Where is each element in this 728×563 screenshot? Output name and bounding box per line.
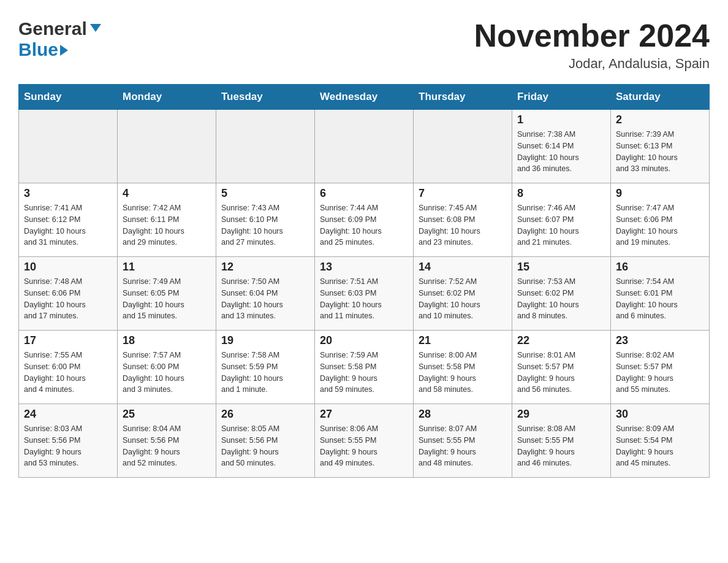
day-info: Sunrise: 8:00 AM Sunset: 5:58 PM Dayligh… xyxy=(419,350,507,396)
day-number: 11 xyxy=(123,261,211,274)
day-info: Sunrise: 7:46 AM Sunset: 6:07 PM Dayligh… xyxy=(517,202,605,248)
calendar-cell: 7Sunrise: 7:45 AM Sunset: 6:08 PM Daylig… xyxy=(414,183,512,257)
weekday-header-saturday: Saturday xyxy=(611,85,710,110)
calendar-cell: 13Sunrise: 7:51 AM Sunset: 6:03 PM Dayli… xyxy=(315,257,414,331)
day-number: 10 xyxy=(24,261,112,274)
day-number: 3 xyxy=(24,187,112,200)
day-info: Sunrise: 8:03 AM Sunset: 5:56 PM Dayligh… xyxy=(24,423,112,469)
day-number: 1 xyxy=(517,113,605,126)
calendar-cell: 15Sunrise: 7:53 AM Sunset: 6:02 PM Dayli… xyxy=(512,257,611,331)
day-number: 4 xyxy=(123,187,211,200)
day-info: Sunrise: 7:48 AM Sunset: 6:06 PM Dayligh… xyxy=(24,276,112,322)
day-number: 27 xyxy=(320,408,408,421)
day-info: Sunrise: 8:01 AM Sunset: 5:57 PM Dayligh… xyxy=(517,350,605,396)
day-number: 21 xyxy=(419,334,507,347)
logo-general-text: General xyxy=(18,18,87,39)
day-number: 14 xyxy=(419,261,507,274)
calendar-week-row: 17Sunrise: 7:55 AM Sunset: 6:00 PM Dayli… xyxy=(19,331,710,404)
day-info: Sunrise: 7:59 AM Sunset: 5:58 PM Dayligh… xyxy=(320,350,408,396)
calendar-cell: 30Sunrise: 8:09 AM Sunset: 5:54 PM Dayli… xyxy=(611,404,710,478)
calendar-cell: 28Sunrise: 8:07 AM Sunset: 5:55 PM Dayli… xyxy=(414,404,512,478)
day-number: 30 xyxy=(616,408,704,421)
logo-right-arrow-icon xyxy=(60,45,68,56)
calendar-cell: 29Sunrise: 8:08 AM Sunset: 5:55 PM Dayli… xyxy=(512,404,611,478)
day-number: 22 xyxy=(517,334,605,347)
logo: General Blue xyxy=(18,18,101,60)
day-number: 9 xyxy=(616,187,704,200)
calendar-table: SundayMondayTuesdayWednesdayThursdayFrid… xyxy=(18,84,710,478)
day-info: Sunrise: 7:51 AM Sunset: 6:03 PM Dayligh… xyxy=(320,276,408,322)
day-info: Sunrise: 8:06 AM Sunset: 5:55 PM Dayligh… xyxy=(320,423,408,469)
day-number: 13 xyxy=(320,261,408,274)
calendar-cell: 25Sunrise: 8:04 AM Sunset: 5:56 PM Dayli… xyxy=(118,404,216,478)
calendar-cell: 6Sunrise: 7:44 AM Sunset: 6:09 PM Daylig… xyxy=(315,183,414,257)
calendar-cell: 12Sunrise: 7:50 AM Sunset: 6:04 PM Dayli… xyxy=(216,257,315,331)
calendar-cell xyxy=(118,110,216,183)
calendar-cell: 24Sunrise: 8:03 AM Sunset: 5:56 PM Dayli… xyxy=(19,404,118,478)
title-area: November 2024 Jodar, Andalusia, Spain xyxy=(474,18,710,72)
day-number: 2 xyxy=(616,113,704,126)
calendar-week-row: 1Sunrise: 7:38 AM Sunset: 6:14 PM Daylig… xyxy=(19,110,710,183)
calendar-cell: 16Sunrise: 7:54 AM Sunset: 6:01 PM Dayli… xyxy=(611,257,710,331)
calendar-cell: 20Sunrise: 7:59 AM Sunset: 5:58 PM Dayli… xyxy=(315,331,414,404)
day-info: Sunrise: 7:58 AM Sunset: 5:59 PM Dayligh… xyxy=(221,350,309,396)
calendar-subtitle: Jodar, Andalusia, Spain xyxy=(474,56,710,72)
calendar-week-row: 3Sunrise: 7:41 AM Sunset: 6:12 PM Daylig… xyxy=(19,183,710,257)
calendar-cell: 19Sunrise: 7:58 AM Sunset: 5:59 PM Dayli… xyxy=(216,331,315,404)
day-info: Sunrise: 7:55 AM Sunset: 6:00 PM Dayligh… xyxy=(24,350,112,396)
day-info: Sunrise: 7:42 AM Sunset: 6:11 PM Dayligh… xyxy=(123,202,211,248)
day-number: 7 xyxy=(419,187,507,200)
day-number: 26 xyxy=(221,408,309,421)
calendar-cell: 5Sunrise: 7:43 AM Sunset: 6:10 PM Daylig… xyxy=(216,183,315,257)
day-number: 15 xyxy=(517,261,605,274)
calendar-title: November 2024 xyxy=(474,18,710,53)
day-number: 8 xyxy=(517,187,605,200)
weekday-header-thursday: Thursday xyxy=(414,85,512,110)
day-number: 19 xyxy=(221,334,309,347)
weekday-header-friday: Friday xyxy=(512,85,611,110)
day-info: Sunrise: 7:50 AM Sunset: 6:04 PM Dayligh… xyxy=(221,276,309,322)
calendar-cell: 4Sunrise: 7:42 AM Sunset: 6:11 PM Daylig… xyxy=(118,183,216,257)
day-number: 12 xyxy=(221,261,309,274)
day-info: Sunrise: 7:43 AM Sunset: 6:10 PM Dayligh… xyxy=(221,202,309,248)
day-info: Sunrise: 7:38 AM Sunset: 6:14 PM Dayligh… xyxy=(517,129,605,175)
day-number: 6 xyxy=(320,187,408,200)
day-info: Sunrise: 7:49 AM Sunset: 6:05 PM Dayligh… xyxy=(123,276,211,322)
day-number: 24 xyxy=(24,408,112,421)
day-info: Sunrise: 7:41 AM Sunset: 6:12 PM Dayligh… xyxy=(24,202,112,248)
calendar-cell xyxy=(315,110,414,183)
day-number: 16 xyxy=(616,261,704,274)
calendar-cell: 10Sunrise: 7:48 AM Sunset: 6:06 PM Dayli… xyxy=(19,257,118,331)
calendar-cell: 11Sunrise: 7:49 AM Sunset: 6:05 PM Dayli… xyxy=(118,257,216,331)
day-info: Sunrise: 8:04 AM Sunset: 5:56 PM Dayligh… xyxy=(123,423,211,469)
calendar-cell: 23Sunrise: 8:02 AM Sunset: 5:57 PM Dayli… xyxy=(611,331,710,404)
day-info: Sunrise: 8:08 AM Sunset: 5:55 PM Dayligh… xyxy=(517,423,605,469)
calendar-week-row: 10Sunrise: 7:48 AM Sunset: 6:06 PM Dayli… xyxy=(19,257,710,331)
calendar-cell: 27Sunrise: 8:06 AM Sunset: 5:55 PM Dayli… xyxy=(315,404,414,478)
day-info: Sunrise: 8:02 AM Sunset: 5:57 PM Dayligh… xyxy=(616,350,704,396)
calendar-cell: 26Sunrise: 8:05 AM Sunset: 5:56 PM Dayli… xyxy=(216,404,315,478)
logo-arrow-icon xyxy=(89,24,101,32)
calendar-cell: 1Sunrise: 7:38 AM Sunset: 6:14 PM Daylig… xyxy=(512,110,611,183)
day-info: Sunrise: 8:05 AM Sunset: 5:56 PM Dayligh… xyxy=(221,423,309,469)
calendar-cell: 17Sunrise: 7:55 AM Sunset: 6:00 PM Dayli… xyxy=(19,331,118,404)
day-info: Sunrise: 8:09 AM Sunset: 5:54 PM Dayligh… xyxy=(616,423,704,469)
day-number: 28 xyxy=(419,408,507,421)
weekday-header-row: SundayMondayTuesdayWednesdayThursdayFrid… xyxy=(19,85,710,110)
calendar-cell: 2Sunrise: 7:39 AM Sunset: 6:13 PM Daylig… xyxy=(611,110,710,183)
day-info: Sunrise: 7:44 AM Sunset: 6:09 PM Dayligh… xyxy=(320,202,408,248)
day-info: Sunrise: 7:54 AM Sunset: 6:01 PM Dayligh… xyxy=(616,276,704,322)
day-number: 25 xyxy=(123,408,211,421)
calendar-cell: 3Sunrise: 7:41 AM Sunset: 6:12 PM Daylig… xyxy=(19,183,118,257)
calendar-cell xyxy=(216,110,315,183)
logo-blue-text: Blue xyxy=(18,39,58,60)
calendar-cell: 22Sunrise: 8:01 AM Sunset: 5:57 PM Dayli… xyxy=(512,331,611,404)
calendar-cell xyxy=(414,110,512,183)
calendar-week-row: 24Sunrise: 8:03 AM Sunset: 5:56 PM Dayli… xyxy=(19,404,710,478)
day-info: Sunrise: 7:45 AM Sunset: 6:08 PM Dayligh… xyxy=(419,202,507,248)
day-info: Sunrise: 7:53 AM Sunset: 6:02 PM Dayligh… xyxy=(517,276,605,322)
weekday-header-monday: Monday xyxy=(118,85,216,110)
day-info: Sunrise: 7:39 AM Sunset: 6:13 PM Dayligh… xyxy=(616,129,704,175)
calendar-cell: 8Sunrise: 7:46 AM Sunset: 6:07 PM Daylig… xyxy=(512,183,611,257)
weekday-header-wednesday: Wednesday xyxy=(315,85,414,110)
